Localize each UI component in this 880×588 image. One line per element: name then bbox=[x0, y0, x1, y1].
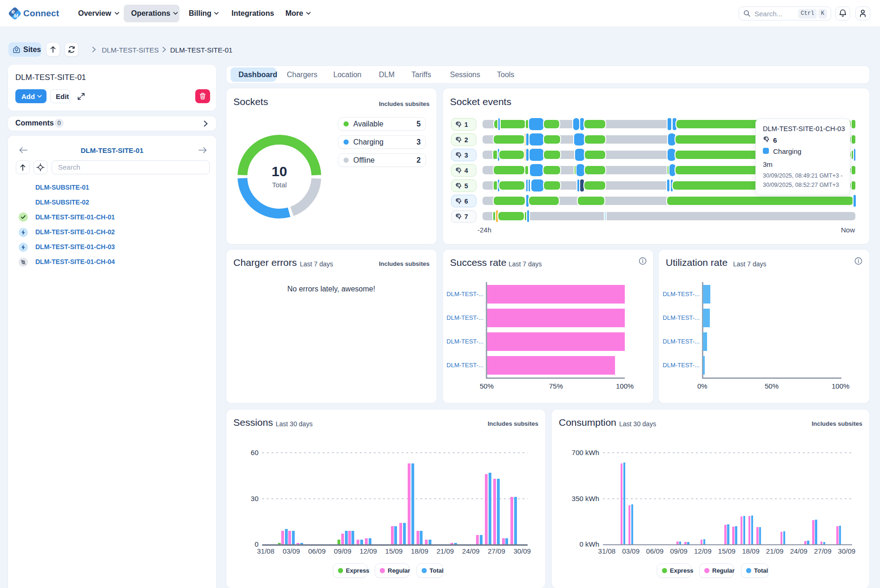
svg-text:M: M bbox=[13, 13, 18, 19]
